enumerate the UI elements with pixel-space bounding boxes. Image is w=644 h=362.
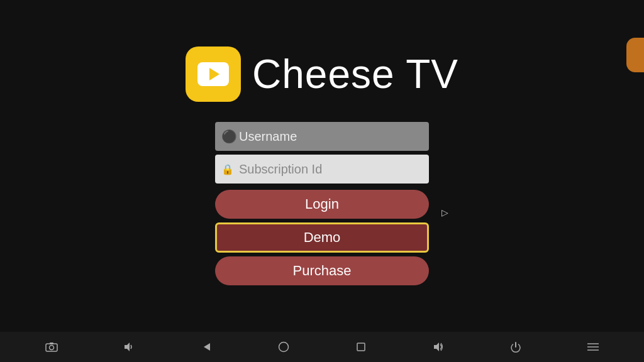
svg-rect-6 <box>357 343 365 351</box>
power-icon[interactable] <box>504 336 527 358</box>
user-icon: ⚫ <box>221 129 237 144</box>
subscription-wrapper: 🔒 <box>215 155 429 184</box>
volume-up-icon[interactable] <box>427 336 450 358</box>
back-icon[interactable] <box>195 336 218 358</box>
app-icon <box>186 47 241 102</box>
username-wrapper: ⚫ <box>215 122 429 151</box>
subscription-input[interactable] <box>215 155 429 184</box>
home-icon[interactable] <box>272 336 295 358</box>
svg-marker-3 <box>125 343 130 351</box>
logo-area: Cheese TV <box>186 47 458 102</box>
svg-point-5 <box>279 343 288 352</box>
svg-marker-4 <box>204 343 210 351</box>
lock-icon: 🔒 <box>221 163 234 175</box>
orange-accent <box>626 38 644 72</box>
volume-down-icon[interactable] <box>118 336 140 358</box>
username-input[interactable] <box>215 122 429 151</box>
menu-icon[interactable] <box>582 336 604 358</box>
cursor: ▷ <box>441 207 449 217</box>
dot-decoration <box>192 53 196 57</box>
main-content: Cheese TV ⚫ 🔒 Login Demo Purchase ▷ <box>0 0 644 332</box>
svg-rect-2 <box>50 343 53 344</box>
recents-icon[interactable] <box>350 336 372 358</box>
camera-icon[interactable] <box>40 336 63 358</box>
dot-decoration <box>192 91 196 96</box>
nav-bar <box>0 332 644 362</box>
dot-decoration <box>230 91 235 96</box>
svg-point-1 <box>49 346 53 350</box>
demo-button[interactable]: Demo <box>215 222 429 253</box>
play-icon <box>209 68 219 80</box>
app-icon-inner <box>197 62 229 86</box>
login-button[interactable]: Login <box>215 190 429 219</box>
dot-decoration <box>230 53 235 57</box>
svg-marker-7 <box>434 343 439 351</box>
purchase-button[interactable]: Purchase <box>215 256 429 285</box>
form-area: ⚫ 🔒 Login Demo Purchase <box>215 122 429 285</box>
app-title: Cheese TV <box>252 51 458 97</box>
